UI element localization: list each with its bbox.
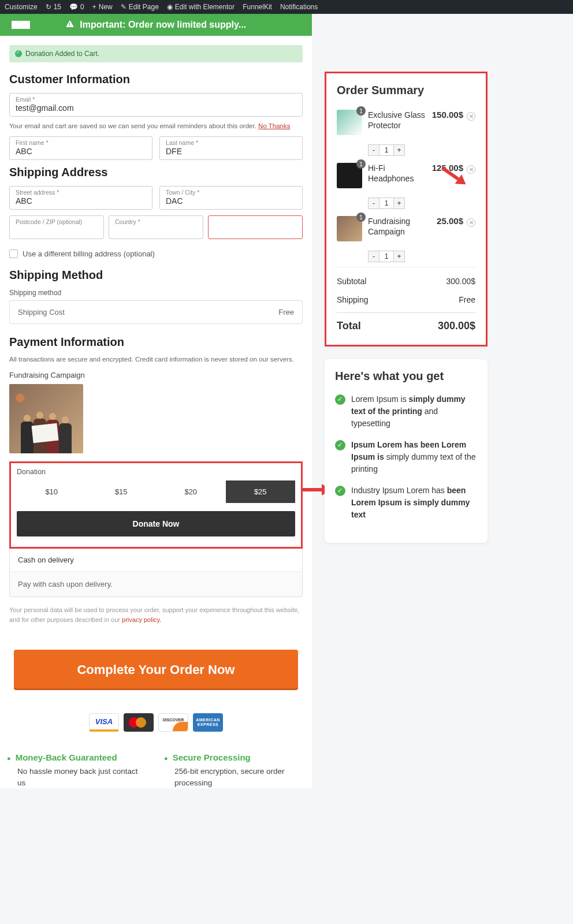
pencil-icon: ✎ [121, 3, 126, 11]
subtotal-row: Subtotal300.00$ [337, 272, 475, 290]
refresh-icon: ↻ [46, 3, 51, 11]
shipping-method-heading: Shipping Method [9, 269, 303, 282]
qty-value: 1 [379, 251, 393, 262]
qty-minus-button[interactable]: - [368, 144, 379, 156]
state-input[interactable] [214, 226, 296, 235]
cod-description: Pay with cash upon delivery. [10, 572, 302, 597]
adminbar-comments[interactable]: 💬0 [69, 3, 84, 11]
plus-icon: + [92, 3, 96, 11]
check-icon [335, 394, 345, 405]
remove-item-button[interactable]: ✕ [467, 218, 475, 227]
donation-label: Donation [17, 468, 295, 476]
what-you-get-title: Here's what you get [335, 370, 477, 383]
banner-text: Important: Order now limited supply... [80, 20, 246, 29]
donation-options: $10 $15 $20 $25 [17, 480, 295, 503]
check-icon [15, 50, 22, 57]
qty-stepper: - 1 + [368, 251, 475, 262]
product-name: Fundraising Campaign [368, 216, 426, 237]
qty-plus-button[interactable]: + [393, 144, 405, 156]
amex-logo: AMERICAN EXPRESS [193, 713, 223, 732]
payment-logos: VISA DISCOVER AMERICAN EXPRESS [0, 713, 312, 732]
mastercard-logo [124, 713, 154, 732]
country-field[interactable]: Country * [109, 215, 203, 239]
shipping-address-heading: Shipping Address [9, 166, 303, 179]
postcode-field[interactable]: Postcode / ZIP (optional) [9, 215, 104, 239]
cash-on-delivery-box: Cash on delivery Pay with cash upon deli… [9, 549, 303, 597]
total-row: Total300.00$ [337, 312, 475, 332]
shipping-method-option[interactable]: Shipping Cost Free [9, 300, 303, 324]
product-price: 150.00$ [426, 110, 463, 120]
guarantee-money-back: Money-Back Guaranteed No hassle money ba… [7, 752, 148, 788]
state-field[interactable] [208, 215, 303, 239]
benefit-item: Lorem Ipsum is simply dummy text of the … [335, 393, 477, 430]
city-field[interactable]: Town / City * [159, 186, 303, 210]
checkbox-icon [9, 249, 18, 258]
qty-stepper: - 1 + [368, 198, 475, 209]
adminbar-elementor[interactable]: ◉Edit with Elementor [167, 3, 235, 11]
complete-order-button[interactable]: Complete Your Order Now [14, 650, 298, 690]
diff-billing-checkbox[interactable]: Use a different billing address (optiona… [9, 249, 303, 258]
last-name-field[interactable]: Last name * [159, 136, 303, 160]
donate-now-button[interactable]: Donate Now [17, 511, 295, 536]
adminbar-edit-page[interactable]: ✎Edit Page [121, 3, 159, 11]
order-summary-title: Order Summary [337, 84, 475, 97]
qty-minus-button[interactable]: - [368, 251, 379, 262]
street-address-input[interactable] [16, 196, 146, 206]
donation-opt-20[interactable]: $20 [156, 480, 226, 503]
last-name-input[interactable] [166, 147, 296, 156]
postcode-input[interactable] [16, 226, 98, 235]
warning-icon [66, 20, 74, 27]
adminbar-customize[interactable]: Customize [5, 3, 38, 11]
chevron-down-icon [282, 79, 300, 87]
country-input[interactable] [115, 226, 197, 235]
adminbar-funnelkit[interactable]: FunnelKit [243, 3, 272, 11]
donation-opt-25[interactable]: $25 [226, 480, 296, 503]
shipping-method-label: Shipping method [9, 289, 303, 297]
product-name: Hi-Fi Headphones [368, 163, 426, 184]
success-alert: Donation Added to Cart. [9, 45, 303, 62]
elementor-icon: ◉ [167, 3, 173, 11]
fundraising-title: Fundraising Campaign [9, 371, 303, 379]
remove-item-button[interactable]: ✕ [467, 165, 475, 174]
first-name-input[interactable] [16, 147, 146, 156]
remove-item-button[interactable]: ✕ [467, 112, 475, 121]
first-name-field[interactable]: First name * [9, 136, 152, 160]
order-item: 1 Fundraising Campaign 25.00$ ✕ [337, 211, 475, 246]
comment-icon: 💬 [69, 3, 78, 11]
what-you-get-card: Here's what you get Lorem Ipsum is simpl… [325, 359, 488, 543]
qty-plus-button[interactable]: + [393, 251, 405, 262]
order-item: 1 Exclusive Glass Protector 150.00$ ✕ [337, 105, 475, 140]
adminbar-new[interactable]: +New [92, 3, 113, 11]
donation-highlight-box: Donation $10 $15 $20 $25 Donate Now [9, 461, 303, 549]
cod-title[interactable]: Cash on delivery [10, 549, 302, 572]
donation-opt-15[interactable]: $15 [87, 480, 157, 503]
privacy-policy-link[interactable]: privacy policy. [122, 616, 161, 623]
payment-note: All transactions are secure and encrypte… [9, 356, 303, 363]
no-thanks-link[interactable]: No Thanks [258, 122, 290, 129]
product-price: 25.00$ [426, 216, 463, 226]
product-thumbnail: 1 [337, 216, 362, 241]
email-field[interactable]: Email * [9, 93, 303, 117]
qty-badge: 1 [356, 213, 366, 222]
wp-admin-bar: Customize ↻15 💬0 +New ✎Edit Page ◉Edit w… [0, 0, 573, 14]
qty-plus-button[interactable]: + [393, 198, 405, 209]
adminbar-updates[interactable]: ↻15 [46, 3, 61, 11]
promo-banner: Important: Order now limited supply... [0, 14, 312, 36]
qty-badge: 1 [356, 159, 366, 169]
city-input[interactable] [166, 196, 296, 206]
qty-value: 1 [379, 144, 393, 156]
email-input[interactable] [16, 103, 296, 113]
benefit-item: Industry Ipsum Lorem has been Lorem Ipsu… [335, 485, 477, 521]
donation-opt-10[interactable]: $10 [17, 480, 87, 503]
qty-badge: 1 [356, 106, 366, 116]
order-summary-card: Order Summary 1 Exclusive Glass Protecto… [325, 72, 488, 346]
email-reminder-note: Your email and cart are saved so we can … [9, 122, 303, 129]
fundraising-image [9, 384, 83, 453]
guarantee-secure: Secure Processing 256-bit encryption, se… [164, 752, 305, 788]
qty-value: 1 [379, 198, 393, 209]
check-icon [335, 440, 345, 450]
discover-logo: DISCOVER [158, 713, 188, 732]
street-address-field[interactable]: Street address * [9, 186, 152, 210]
qty-minus-button[interactable]: - [368, 198, 379, 209]
adminbar-notifications[interactable]: Notifications [280, 3, 318, 11]
